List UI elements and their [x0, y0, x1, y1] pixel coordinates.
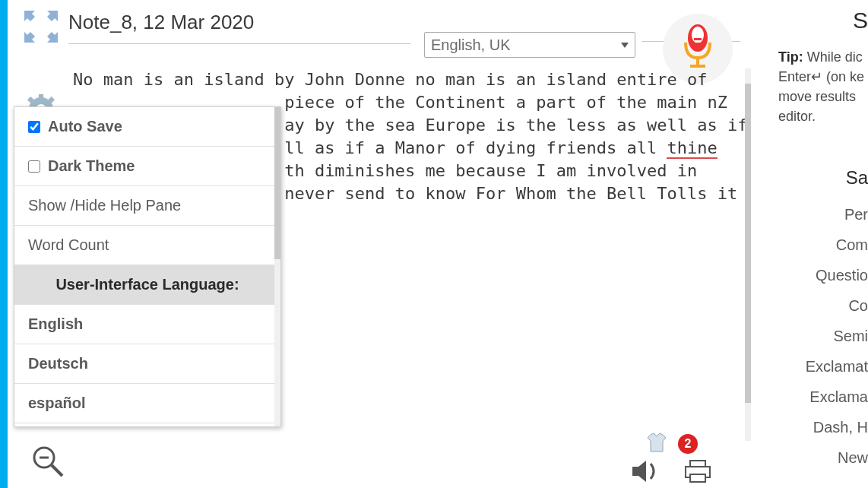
notification-badge[interactable]: 2 [678, 434, 698, 454]
language-select-value: English, UK [431, 36, 511, 54]
punct-item[interactable]: Co [778, 290, 868, 321]
punct-item[interactable]: Per [778, 199, 868, 230]
svg-line-14 [52, 465, 62, 476]
help-pane: S Tip: While dic Enter↵ (on ke move resu… [769, 0, 868, 488]
microphone-icon [681, 24, 714, 73]
speaker-icon[interactable] [631, 459, 661, 486]
svg-rect-21 [690, 461, 705, 467]
menu-item-dark-theme[interactable]: Dark Theme [14, 147, 280, 186]
print-icon[interactable] [684, 459, 711, 486]
accent-bar [0, 0, 8, 488]
svg-rect-2 [39, 94, 43, 100]
fullscreen-icon[interactable] [24, 11, 68, 46]
menu-lang-deutsch[interactable]: Deutsch [14, 344, 280, 384]
note-title[interactable]: Note_8, 12 Mar 2020 [68, 0, 769, 34]
editor-scrollbar[interactable] [745, 68, 751, 441]
shirt-icon[interactable] [646, 432, 667, 456]
punct-item[interactable]: Exclama [778, 382, 868, 412]
svg-rect-17 [694, 43, 702, 45]
dark-theme-checkbox[interactable] [28, 160, 40, 173]
scrollbar-thumb[interactable] [745, 84, 751, 403]
svg-rect-23 [690, 474, 705, 482]
menu-item-auto-save[interactable]: Auto Save [14, 107, 280, 147]
punct-item[interactable]: Questio [778, 260, 868, 290]
punct-item[interactable]: Semi [778, 321, 868, 351]
svg-point-16 [692, 27, 704, 43]
menu-item-show-help[interactable]: Show /Hide Help Pane [14, 186, 280, 226]
spellcheck-underline[interactable]: thine [667, 138, 717, 159]
help-heading-fragment: S [778, 8, 868, 33]
punct-item[interactable]: Com [778, 230, 868, 260]
language-select[interactable]: English, UK [424, 32, 635, 58]
punct-item[interactable]: Exclamat [778, 351, 868, 382]
punctuation-list: Sa Per Com Questio Co Semi Exclamat Excl… [778, 163, 868, 473]
title-divider-left [68, 43, 410, 44]
menu-scrollbar-thumb[interactable] [274, 107, 280, 259]
menu-item-word-count[interactable]: Word Count [14, 226, 280, 265]
punct-item[interactable]: Dash, H [778, 412, 868, 442]
svg-rect-18 [694, 38, 702, 40]
menu-lang-english[interactable]: English [14, 305, 280, 344]
punct-item[interactable]: New [778, 442, 868, 473]
auto-save-checkbox[interactable] [28, 121, 40, 133]
menu-header-ui-language: User-Interface Language: [14, 265, 280, 305]
tip-text: Tip: While dic Enter↵ (on ke move result… [778, 47, 868, 126]
menu-lang-espanol[interactable]: español [14, 384, 280, 423]
settings-menu: Auto Save Dark Theme Show /Hide Help Pan… [14, 106, 281, 427]
zoom-out-button[interactable] [32, 445, 64, 480]
